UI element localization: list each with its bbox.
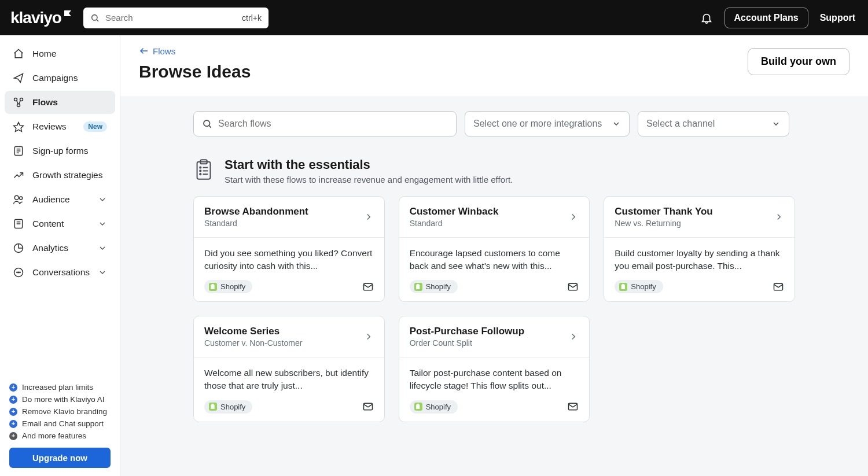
main-header: Flows Browse Ideas Build your own bbox=[120, 35, 868, 96]
sidebar-item-growth[interactable]: Growth strategies bbox=[5, 164, 115, 187]
upgrade-feature-label: Do more with Klaviyo AI bbox=[22, 395, 105, 404]
flow-card-body: Did you see something you liked? Convert… bbox=[194, 238, 384, 301]
plus-circle-icon: + bbox=[9, 432, 17, 440]
sidebar-item-content[interactable]: Content bbox=[5, 212, 115, 235]
section-title: Start with the essentials bbox=[225, 157, 513, 172]
chevron-right-icon bbox=[363, 331, 374, 342]
flow-card-subtitle: Order Count Split bbox=[410, 338, 563, 348]
sidebar-item-label: Analytics bbox=[32, 243, 90, 253]
global-search[interactable]: ctrl+k bbox=[83, 8, 269, 28]
flow-card-body: Encourage lapsed customers to come back … bbox=[399, 238, 590, 301]
section-head: Start with the essentials Start with the… bbox=[193, 157, 795, 185]
sidebar-item-signup[interactable]: Sign-up forms bbox=[5, 139, 115, 163]
flow-card-subtitle: Customer v. Non-Customer bbox=[204, 338, 358, 348]
search-flows-input[interactable] bbox=[218, 119, 448, 129]
account-plans-button[interactable]: Account Plans bbox=[724, 8, 808, 28]
flow-card-description: Build customer loyalty by sending a than… bbox=[615, 247, 784, 272]
shopify-icon bbox=[414, 403, 422, 411]
email-channel-icon bbox=[362, 281, 374, 293]
logo-text: klaviyo bbox=[10, 9, 61, 27]
svg-line-1 bbox=[97, 20, 98, 21]
sidebar-item-reviews[interactable]: ReviewsNew bbox=[5, 115, 115, 138]
sidebar-item-flows[interactable]: Flows bbox=[5, 91, 115, 114]
star-icon bbox=[13, 121, 24, 132]
flow-card[interactable]: Browse AbandonmentStandardDid you see so… bbox=[193, 196, 385, 302]
channel-select-label: Select a channel bbox=[646, 119, 715, 129]
chevron-down-icon bbox=[98, 243, 107, 253]
arrow-left-icon bbox=[139, 46, 149, 56]
logo-flag-icon bbox=[64, 10, 72, 18]
flow-card[interactable]: Customer Thank YouNew vs. ReturningBuild… bbox=[604, 196, 795, 302]
email-channel-icon bbox=[567, 401, 579, 412]
integration-tag-label: Shopify bbox=[220, 403, 245, 411]
search-flows-field[interactable] bbox=[193, 111, 457, 136]
flow-card[interactable]: Welcome SeriesCustomer v. Non-CustomerWe… bbox=[193, 316, 385, 422]
sidebar-item-analytics[interactable]: Analytics bbox=[5, 237, 115, 260]
integrations-select[interactable]: Select one or more integrations bbox=[465, 111, 630, 136]
svg-point-11 bbox=[20, 197, 23, 200]
audience-icon bbox=[13, 194, 24, 205]
integration-tag: Shopify bbox=[615, 280, 663, 293]
new-badge: New bbox=[83, 121, 107, 132]
upgrade-feature-line[interactable]: +Email and Chat support bbox=[9, 418, 111, 430]
integration-tag-label: Shopify bbox=[220, 282, 245, 291]
svg-point-4 bbox=[17, 104, 20, 107]
flow-card-head: Post-Purchase FollowupOrder Count Split bbox=[399, 316, 590, 357]
plus-circle-icon: + bbox=[9, 408, 17, 416]
plus-circle-icon: + bbox=[9, 396, 17, 404]
sidebar-item-label: Growth strategies bbox=[32, 170, 107, 180]
flow-card-grid: Browse AbandonmentStandardDid you see so… bbox=[193, 196, 795, 422]
home-icon bbox=[13, 48, 24, 60]
svg-marker-5 bbox=[14, 123, 24, 132]
flow-card-description: Tailor post-purchase content based on li… bbox=[410, 367, 579, 392]
sidebar-item-campaigns[interactable]: Campaigns bbox=[5, 67, 115, 90]
search-icon bbox=[90, 13, 100, 23]
email-channel-icon bbox=[773, 281, 784, 293]
integration-tag-label: Shopify bbox=[631, 282, 656, 291]
svg-point-10 bbox=[14, 195, 19, 200]
sidebar-item-home[interactable]: Home bbox=[5, 42, 115, 65]
sidebar-item-label: Conversations bbox=[32, 267, 90, 278]
upgrade-feature-line[interactable]: +And more features bbox=[9, 430, 111, 442]
search-input[interactable] bbox=[105, 13, 236, 23]
flow-card[interactable]: Post-Purchase FollowupOrder Count SplitT… bbox=[399, 316, 590, 422]
chevron-right-icon bbox=[568, 212, 579, 222]
flow-card-head: Welcome SeriesCustomer v. Non-Customer bbox=[194, 316, 384, 357]
back-to-flows-link[interactable]: Flows bbox=[139, 46, 251, 56]
sidebar-item-label: Home bbox=[32, 49, 107, 59]
sidebar-item-conversations[interactable]: Conversations bbox=[5, 261, 115, 284]
shopify-icon bbox=[414, 283, 422, 291]
sidebar-footer: +Increased plan limits+Do more with Klav… bbox=[0, 375, 120, 476]
flow-card[interactable]: Customer WinbackStandardEncourage lapsed… bbox=[399, 196, 590, 302]
form-icon bbox=[13, 145, 24, 157]
topbar: klaviyo ctrl+k Account Plans Support bbox=[0, 0, 868, 35]
growth-icon bbox=[13, 169, 24, 181]
flow-card-description: Encourage lapsed customers to come back … bbox=[410, 247, 579, 272]
filter-row: Select one or more integrations Select a… bbox=[193, 111, 795, 136]
sidebar-item-label: Content bbox=[32, 219, 90, 229]
support-link[interactable]: Support bbox=[820, 13, 855, 23]
flow-card-description: Did you see something you liked? Convert… bbox=[204, 247, 374, 272]
sidebar-item-label: Flows bbox=[32, 97, 107, 108]
integration-tag-label: Shopify bbox=[426, 403, 451, 411]
svg-line-22 bbox=[209, 126, 211, 127]
upgrade-button[interactable]: Upgrade now bbox=[9, 448, 111, 468]
search-icon bbox=[202, 119, 212, 129]
flow-card-head: Customer Thank YouNew vs. Returning bbox=[604, 197, 795, 238]
upgrade-feature-line[interactable]: +Remove Klavio branding bbox=[9, 405, 111, 418]
integration-tag-label: Shopify bbox=[426, 282, 451, 291]
analytics-icon bbox=[13, 242, 24, 254]
sidebar-item-audience[interactable]: Audience bbox=[5, 188, 115, 211]
upgrade-feature-line[interactable]: +Do more with Klaviyo AI bbox=[9, 393, 111, 405]
build-your-own-button[interactable]: Build your own bbox=[748, 48, 849, 75]
logo[interactable]: klaviyo bbox=[10, 9, 72, 27]
page-title: Browse Ideas bbox=[139, 62, 251, 82]
channel-select[interactable]: Select a channel bbox=[638, 111, 789, 136]
notifications-icon[interactable] bbox=[700, 12, 713, 24]
main: Flows Browse Ideas Build your own Select… bbox=[120, 35, 868, 476]
flow-card-head: Browse AbandonmentStandard bbox=[194, 197, 384, 238]
upgrade-feature-label: Email and Chat support bbox=[22, 419, 104, 428]
clipboard-icon bbox=[193, 158, 214, 182]
upgrade-feature-line[interactable]: +Increased plan limits bbox=[9, 381, 111, 393]
back-link-label: Flows bbox=[153, 46, 175, 56]
